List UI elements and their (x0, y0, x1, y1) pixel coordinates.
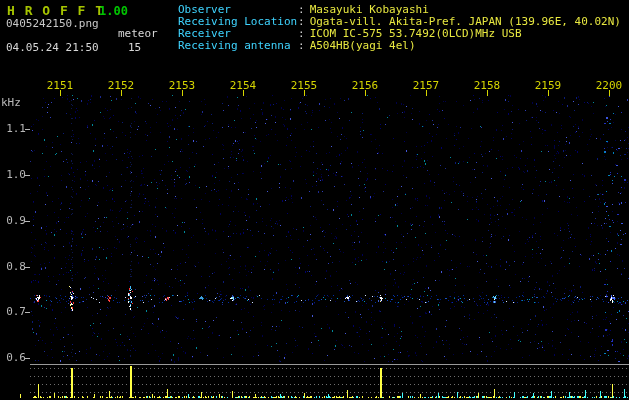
echo-count: 15 (128, 41, 141, 54)
time-tick-label: 2157 (406, 79, 446, 92)
time-tick-label: 2158 (467, 79, 507, 92)
freq-unit-label: kHz (1, 96, 21, 109)
info-value: A504HB(yagi 4el) (310, 39, 416, 52)
info-colon: : (298, 39, 305, 52)
time-tick-label: 2154 (223, 79, 263, 92)
station-info: Observer:Masayuki KobayashiReceiving Loc… (178, 4, 621, 52)
freq-tick-label: 0.8 (0, 260, 26, 273)
time-tick-label: 2159 (528, 79, 568, 92)
time-tick-label: 2153 (162, 79, 202, 92)
time-tick-label: 2152 (101, 79, 141, 92)
freq-tick-label: 1.1 (0, 122, 26, 135)
mode-label: meteor (118, 27, 158, 40)
time-tick-label: 2200 (589, 79, 629, 92)
app-version: 1.00 (99, 4, 128, 18)
freq-tick-label: 0.9 (0, 214, 26, 227)
freq-tick-label: 0.7 (0, 305, 26, 318)
time-tick-label: 2155 (284, 79, 324, 92)
time-tick-label: 2151 (40, 79, 80, 92)
spectrogram-canvas (0, 0, 629, 400)
hrofft-output: H R O F F T 1.00 0405242150.png meteor 0… (0, 0, 629, 400)
filename: 0405242150.png (6, 17, 99, 30)
app-title: H R O F F T (7, 3, 104, 18)
freq-tick-label: 0.6 (0, 351, 26, 364)
datetime-label: 04.05.24 21:50 (6, 41, 99, 54)
station-info-row: Receiving antenna:A504HB(yagi 4el) (178, 40, 621, 52)
time-tick-label: 2156 (345, 79, 385, 92)
freq-tick-label: 1.0 (0, 168, 26, 181)
info-label: Receiving antenna (178, 40, 298, 52)
